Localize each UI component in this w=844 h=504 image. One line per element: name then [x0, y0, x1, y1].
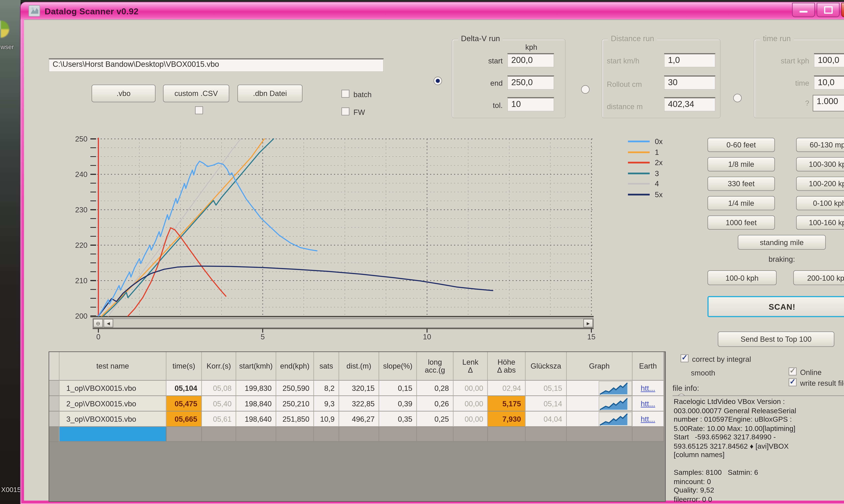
- column-header[interactable]: slope(%): [379, 352, 417, 380]
- legend-item-5x: 5x: [628, 190, 663, 199]
- maximize-button[interactable]: [817, 3, 840, 17]
- correct-by-integral-checkbox[interactable]: ✓: [681, 354, 688, 362]
- graph-icon: [599, 396, 632, 411]
- column-header[interactable]: time(s): [166, 352, 202, 380]
- empty-cell: [276, 427, 314, 442]
- cell: 0,25: [417, 411, 454, 427]
- load-custom-csv-button[interactable]: custom .CSV: [163, 85, 229, 102]
- cell: [49, 396, 59, 411]
- graph-cell[interactable]: [567, 396, 633, 411]
- braking-button-100-0-kph[interactable]: 100-0 kph: [707, 270, 777, 285]
- delta-v-radio[interactable]: [434, 76, 442, 85]
- column-header[interactable]: HöheΔ abs: [488, 352, 526, 380]
- delta-v-unit-label: kph: [508, 43, 554, 51]
- distance-m-input[interactable]: 402,34: [664, 97, 715, 111]
- run-button-0-100-kph[interactable]: 0-100 kph: [796, 196, 844, 210]
- column-header[interactable]: start(kmh): [236, 352, 276, 380]
- online-checkbox[interactable]: ✓: [789, 367, 796, 375]
- write-result-file-checkbox[interactable]: ✓: [789, 378, 796, 386]
- load-vbo-button[interactable]: .vbo: [91, 85, 156, 102]
- braking-button-200-100-kph[interactable]: 200-100 kph: [793, 270, 844, 285]
- distance-start-input[interactable]: 1,0: [664, 53, 715, 68]
- column-header[interactable]: Glücksza: [526, 352, 567, 380]
- graph-cell[interactable]: [567, 411, 633, 427]
- empty-cell: [166, 427, 202, 442]
- empty-cell: [526, 427, 567, 442]
- desktop-edge-left: wser X0015.v: [0, 0, 21, 504]
- time-input[interactable]: 10,0: [814, 75, 844, 90]
- minimize-button[interactable]: [792, 3, 815, 17]
- run-button-60-130-mph[interactable]: 60-130 mph: [796, 138, 844, 152]
- batch-checkbox[interactable]: [341, 90, 349, 98]
- time-run-radio[interactable]: [733, 94, 742, 102]
- run-button-1-4-mile[interactable]: 1/4 mile: [707, 196, 775, 210]
- file-path-input[interactable]: C:\Users\Horst Bandow\Desktop\VBOX0015.v…: [49, 58, 384, 72]
- file-info-text[interactable]: Racelogic LtdVideo VBox Version : 003.00…: [672, 395, 844, 501]
- selected-cell[interactable]: [59, 427, 166, 442]
- earth-link[interactable]: htt...: [633, 380, 664, 396]
- time-run-start-input[interactable]: 100,0: [814, 53, 844, 68]
- speed-chart: 200210220230240250051015 ⊖ ◄ ►: [40, 130, 596, 339]
- column-header[interactable]: sats: [314, 352, 339, 380]
- distance-run-group: Distance run start km/h 1,0 Rollout cm 3…: [602, 39, 721, 118]
- column-header[interactable]: Earth: [633, 352, 664, 380]
- column-header[interactable]: [49, 352, 59, 380]
- time-run-group-title: time run: [760, 34, 794, 43]
- send-best-button[interactable]: Send Best to Top 100: [718, 331, 834, 347]
- run-button-1-8-mile[interactable]: 1/8 mile: [707, 157, 775, 172]
- cell: 00,00: [454, 411, 488, 427]
- delta-v-tol-input[interactable]: 10: [507, 97, 554, 111]
- column-header[interactable]: longacc.(g: [417, 352, 454, 380]
- run-button-100-160-kph[interactable]: 100-160 kph: [796, 215, 844, 230]
- run-button-100-300-kph[interactable]: 100-300 kph: [796, 157, 844, 172]
- scroll-right-icon[interactable]: ►: [583, 319, 593, 328]
- column-header[interactable]: Graph: [567, 352, 633, 380]
- earth-link[interactable]: htt...: [633, 396, 664, 411]
- cell: 0,15: [379, 380, 417, 396]
- standing-mile-button[interactable]: standing mile: [738, 235, 826, 250]
- column-header[interactable]: dist.(m): [339, 352, 379, 380]
- column-header[interactable]: LenkΔ: [454, 352, 488, 380]
- cell: 199,830: [236, 380, 276, 396]
- correct-by-integral-label: correct by integral: [692, 355, 751, 363]
- title-bar[interactable]: Datalog Scanner v0.92 ✕: [21, 2, 844, 20]
- legend-item-4: 4: [628, 179, 659, 188]
- earth-link[interactable]: htt...: [633, 411, 664, 427]
- load-dbn-button[interactable]: .dbn Datei: [238, 85, 302, 102]
- distance-run-radio[interactable]: [581, 85, 590, 94]
- column-header[interactable]: test name: [59, 352, 166, 380]
- cell: [49, 411, 59, 427]
- svg-text:200: 200: [75, 312, 87, 320]
- column-header[interactable]: Korr.(s): [202, 352, 236, 380]
- column-header[interactable]: end(kph): [276, 352, 314, 380]
- fw-checkbox[interactable]: [341, 107, 349, 115]
- cell: 05,15: [526, 380, 567, 396]
- run-button-330-feet[interactable]: 330 feet: [707, 177, 775, 191]
- factor-spinbox[interactable]: 1.000 ▲▼: [813, 95, 844, 111]
- distance-m-label: distance m: [607, 102, 643, 111]
- close-button[interactable]: ✕: [841, 3, 844, 17]
- cell: 00,00: [454, 396, 488, 411]
- graph-cell[interactable]: [567, 380, 633, 396]
- cell: 322,85: [339, 396, 379, 411]
- cell: 2_op\VBOX0015.vbo: [59, 396, 166, 411]
- scan-button[interactable]: SCAN!: [707, 296, 844, 317]
- chart-scrollbar[interactable]: ⊖ ◄ ►: [93, 318, 594, 328]
- rollout-input[interactable]: 30: [664, 75, 715, 90]
- run-button-100-200-kph[interactable]: 100-200 kph: [796, 177, 844, 191]
- run-button-1000-feet[interactable]: 1000 feet: [707, 215, 775, 230]
- unlabeled-checkbox[interactable]: [195, 106, 203, 114]
- cell: 0,39: [379, 396, 417, 411]
- legend-line-icon: [628, 183, 650, 184]
- desktop-edge-top: [0, 0, 844, 2]
- svg-text:250: 250: [75, 135, 87, 143]
- run-button-0-60-feet[interactable]: 0-60 feet: [707, 138, 775, 152]
- legend-line-icon: [628, 151, 650, 153]
- scroll-left-icon[interactable]: ◄: [104, 319, 113, 328]
- zoom-out-icon[interactable]: ⊖: [93, 319, 103, 328]
- delta-v-start-input[interactable]: 200,0: [507, 53, 554, 68]
- svg-text:10: 10: [423, 332, 431, 339]
- legend-item-1: 1: [628, 148, 659, 156]
- cell: 3_op\VBOX0015.vbo: [59, 411, 166, 427]
- delta-v-end-input[interactable]: 250,0: [507, 75, 554, 90]
